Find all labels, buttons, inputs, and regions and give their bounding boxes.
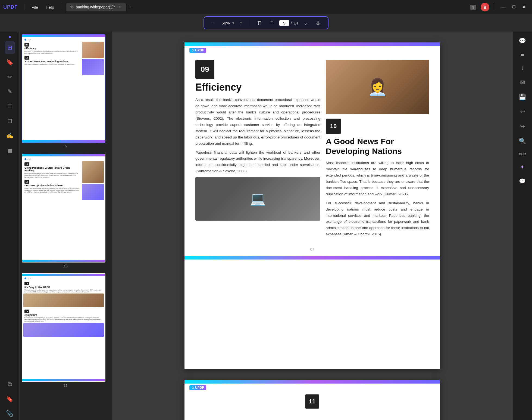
page-content: 09 Efficiency As a result, the bank's co… [184,54,440,246]
page-separator: / [291,21,292,25]
tab-edit-icon: ✎ [70,5,74,10]
thumbnail-img-11: 🔵 UPDF 13 It's Easy to Use UPDF The bank… [22,273,105,382]
zoom-display: ▾ [220,21,234,25]
menu-help[interactable]: Help [43,4,57,11]
sidebar-item-redact[interactable]: ◼ [5,144,15,157]
last-page-button[interactable]: ⇊ [314,18,323,27]
thumb-13-number: 13 [24,282,29,285]
window-controls: — □ ✕ [498,3,529,11]
page-number-input[interactable] [279,20,289,26]
zoom-in-button[interactable]: + [237,19,245,27]
rs-share-icon[interactable]: ✉ [517,76,528,89]
divider2 [61,4,61,10]
rs-comment-icon[interactable]: 💬 [516,35,529,47]
sidebar-item-thumbnail[interactable]: ⊞ [5,41,15,54]
tab-title: banking whitepapar(1)* [76,5,115,9]
sidebar-item-form[interactable]: ☰ [4,100,15,113]
right-sidebar: 💬 ☰ ↓ ✉ 💾 ↩ ↪ 🔍 OCR ✦ 💬 [512,32,532,420]
thumb-11-body: Financial institutions are not an except… [23,172,81,179]
person-icon: 👩‍💼 [367,78,388,97]
titlebar: UPDF File Help ✎ banking whitepapar(1)* … [0,0,532,14]
section-09-title: Efficiency [195,82,320,93]
thumb-12-body: UPDF is a fantastic tool that incorporat… [23,187,81,194]
divider [24,4,24,10]
menu-file[interactable]: File [29,4,41,11]
thumb-14-body: It is not known as an obligation yet an … [23,316,104,323]
page-count-badge: 1 [470,5,476,10]
new-tab-button[interactable]: + [129,4,132,10]
thumbnail-page-9[interactable]: 🔵 UPDF 09 Efficiency As a result, the ba… [22,34,109,149]
thumbnail-img-10: 🔵 UPDF 11 Going Paperless: A Step Toward… [22,154,105,262]
thumb-13-title: It's Easy to Use UPDF [23,286,104,289]
thumb-updf-label: 🔵 UPDF [23,38,104,41]
app-body: ⊞ 🔖 ✏ ✎ ☰ ⊟ ✍ ◼ ⧉ 🔖 📎 🔵 UPDF 09 Efficien… [0,32,532,420]
thumbnail-page-10[interactable]: 🔵 UPDF 11 Going Paperless: A Step Toward… [22,154,109,268]
tab-banking[interactable]: ✎ banking whitepapar(1)* ✕ [66,3,126,11]
section-10-body1: Most financial institutions are willing … [326,160,429,197]
updf-logo-small: ⬡ UPDF [189,48,206,53]
thumb-14-title: eSignature [23,314,104,316]
page10-updf-bar: ⬡ UPDF [184,384,440,392]
section-10-title: A Good News For Developing Nations [326,137,429,156]
sidebar-item-edit[interactable]: ✏ [5,71,15,83]
laptop-image: 💻 [195,177,320,221]
page-gradient-footer [184,256,440,260]
page10-updf-logo: ⬡ UPDF [189,385,206,390]
rs-ocr-icon[interactable]: OCR [516,150,529,159]
prev-page-button[interactable]: ⌃ [267,18,276,27]
rs-undo-icon[interactable]: ↩ [517,106,528,118]
pdf-page-main: ⬡ UPDF 09 Efficiency As a result, the ba… [184,42,440,369]
page-number-display: 07 [184,246,440,253]
thumbnail-label-10: 10 [22,264,109,268]
toolbar: − ▾ + ⇈ ⌃ / 14 ⌄ ⇊ [0,14,532,32]
maximize-button[interactable]: □ [510,3,518,11]
sidebar-item-layers[interactable]: ⧉ [5,378,15,391]
updf-logo-bar: ⬡ UPDF [184,46,440,54]
rs-search-icon[interactable]: 🔍 [516,135,529,147]
rs-ai-icon[interactable]: ✦ [517,161,527,173]
thumb-10-number: 10 [24,56,29,60]
tab-close-button[interactable]: ✕ [119,5,122,9]
sidebar-item-paperclip[interactable]: 📎 [3,407,16,420]
close-button[interactable]: ✕ [519,3,529,11]
sidebar-item-organize[interactable]: ⊟ [5,115,15,127]
toolbar-inner: − ▾ + ⇈ ⌃ / 14 ⌄ ⇊ [204,16,328,29]
laptop-icon: 💻 [250,191,266,206]
zoom-dropdown-icon[interactable]: ▾ [232,21,234,25]
avatar[interactable]: B [481,3,489,11]
sidebar-item-comment[interactable]: ✎ [5,85,15,98]
section-10-body2: For successful development and sustainab… [326,200,429,238]
section-10-wrapper: 10 A Good News For Developing Nations Mo… [326,119,429,237]
zoom-out-button[interactable]: − [209,19,217,27]
zoom-input[interactable] [220,21,231,25]
page-total: 14 [293,21,298,25]
thumb-09-body: As a result, the bank's conventional doc… [23,50,81,55]
sidebar-item-bookmark-save[interactable]: 🔖 [3,393,16,405]
thumb-10-body: Most financial institutions are willing … [23,63,81,66]
section-11-number-preview: 11 [305,394,319,409]
toolbar-divider1 [250,20,250,26]
tab-bar: ✎ banking whitepapar(1)* ✕ + [66,3,468,11]
left-sidebar: ⊞ 🔖 ✏ ✎ ☰ ⊟ ✍ ◼ ⧉ 🔖 📎 [0,32,20,420]
section-09-body1: As a result, the bank's conventional doc… [195,97,320,147]
first-page-button[interactable]: ⇈ [255,18,264,27]
next-page-button[interactable]: ⌄ [301,18,310,27]
rs-redo-icon[interactable]: ↪ [517,120,528,133]
section-10-number: 10 [326,119,341,134]
rs-download-icon[interactable]: ↓ [518,61,527,74]
sidebar-item-bookmark[interactable]: 🔖 [3,56,16,69]
thumb-13-body: The bank would not need to spend time an… [23,289,104,294]
minimize-button[interactable]: — [498,3,509,11]
sidebar-item-signature[interactable]: ✍ [3,129,16,142]
thumbnail-img-9: 🔵 UPDF 09 Efficiency As a result, the ba… [22,34,105,143]
thumbnail-panel: 🔵 UPDF 09 Efficiency As a result, the ba… [20,32,112,420]
thumb-11-title: Going Paperless: A Step Toward Green Ban… [23,166,81,172]
rs-save-icon[interactable]: 💾 [516,91,529,103]
right-column: 👩‍💼 10 A Good News For Developing Nation… [326,60,429,240]
rs-chat-icon[interactable]: 💬 [516,175,528,187]
divider3 [494,4,494,10]
pdf-page-10-preview: ⬡ UPDF 11 [184,380,440,420]
page10-updf-label: UPDF [195,386,204,390]
thumbnail-page-11[interactable]: 🔵 UPDF 13 It's Easy to Use UPDF The bank… [22,273,109,388]
rs-reader-icon[interactable]: ☰ [518,50,527,59]
